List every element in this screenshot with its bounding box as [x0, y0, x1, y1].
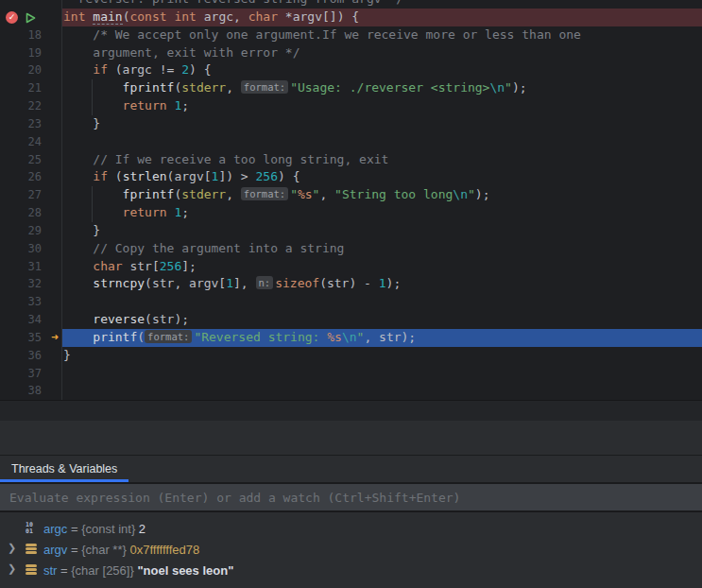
- line-number[interactable]: 34: [28, 311, 42, 329]
- tab-threads-variables[interactable]: Threads & Variables: [0, 456, 128, 482]
- code-line-32[interactable]: 32 strncpy(str, argv[1], n:sizeof(str) -…: [0, 275, 702, 293]
- code-line-22[interactable]: 22 return 1;: [0, 97, 702, 115]
- variable-row-argv[interactable]: ❯argv = {char **} 0x7fffffffed78: [0, 539, 702, 560]
- gutter[interactable]: 27: [0, 186, 62, 204]
- line-number[interactable]: 21: [28, 79, 42, 97]
- gutter[interactable]: 20: [0, 61, 62, 79]
- code-text[interactable]: [62, 382, 702, 400]
- code-text[interactable]: }: [62, 222, 702, 240]
- code-text[interactable]: * reverser: print reversed string from a…: [62, 0, 702, 9]
- breakpoint-icon[interactable]: ✓: [6, 11, 18, 24]
- line-number[interactable]: 29: [28, 222, 42, 240]
- line-number[interactable]: 31: [28, 258, 42, 276]
- code-line-23[interactable]: 23 }: [0, 115, 702, 133]
- code-line-27[interactable]: 27 fprintf(stderr, format:"%s", "String …: [0, 186, 702, 204]
- code-text[interactable]: if (argc != 2) {: [62, 61, 702, 79]
- code-line-38[interactable]: 38: [0, 382, 702, 400]
- gutter[interactable]: 36: [0, 347, 62, 365]
- code-line-29[interactable]: 29 }: [0, 222, 702, 240]
- code-text[interactable]: }: [62, 347, 702, 365]
- code-text[interactable]: [62, 133, 702, 151]
- code-text[interactable]: [62, 293, 702, 311]
- code-text[interactable]: }: [62, 115, 702, 133]
- line-number[interactable]: 35: [28, 329, 42, 347]
- gutter[interactable]: 30: [0, 240, 62, 258]
- code-line-33[interactable]: 33: [0, 293, 702, 311]
- line-number[interactable]: 33: [28, 293, 42, 311]
- gutter[interactable]: 25: [0, 151, 62, 169]
- code-line-24[interactable]: 24: [0, 133, 702, 151]
- gutter[interactable]: 18: [0, 26, 62, 44]
- line-number[interactable]: 20: [28, 61, 42, 79]
- code-line-20[interactable]: 20 if (argc != 2) {: [0, 61, 702, 79]
- chevron-right-icon[interactable]: ❯: [8, 562, 21, 575]
- code-line-36[interactable]: 36}: [0, 347, 702, 365]
- code-line-28[interactable]: 28 return 1;: [0, 204, 702, 222]
- gutter[interactable]: 34: [0, 311, 62, 329]
- gutter[interactable]: ✓: [0, 9, 62, 26]
- gutter[interactable]: 37: [0, 365, 62, 383]
- line-number[interactable]: 22: [28, 97, 42, 115]
- line-number[interactable]: 27: [28, 186, 42, 204]
- gutter[interactable]: 38: [0, 382, 62, 400]
- code-line-19[interactable]: 19 argument, exit with error */: [0, 44, 702, 62]
- code-text[interactable]: [62, 365, 702, 383]
- code-text[interactable]: // Copy the argument into a string: [62, 240, 702, 258]
- gutter[interactable]: 26: [0, 168, 62, 186]
- code-line-17[interactable]: ✓int main(const int argc, char *argv[]) …: [0, 9, 702, 26]
- gutter[interactable]: 23: [0, 115, 62, 133]
- code-line-31[interactable]: 31 char str[256];: [0, 258, 702, 276]
- code-line-26[interactable]: 26 if (strlen(argv[1]) > 256) {: [0, 168, 702, 186]
- gutter[interactable]: 32: [0, 275, 62, 293]
- line-number[interactable]: 36: [28, 347, 42, 365]
- code-text[interactable]: return 1;: [62, 97, 702, 115]
- run-triangle-icon[interactable]: [25, 11, 36, 23]
- gutter[interactable]: 24: [0, 133, 62, 151]
- code-line-25[interactable]: 25 // If we receive a too long string, e…: [0, 151, 702, 169]
- variable-row-str[interactable]: ❯str = {char [256]} "noel sees leon": [0, 560, 702, 580]
- gutter[interactable]: 22: [0, 97, 62, 115]
- line-number[interactable]: 28: [28, 204, 42, 222]
- line-number[interactable]: 24: [28, 133, 42, 151]
- variable-row-argc[interactable]: 1001argc = {const int} 2: [0, 518, 702, 539]
- gutter[interactable]: 31: [0, 258, 62, 276]
- code-text[interactable]: // If we receive a too long string, exit: [62, 151, 702, 169]
- evaluate-expression-input[interactable]: [9, 491, 671, 505]
- code-editor[interactable]: * reverser: print reversed string from a…: [0, 0, 702, 401]
- line-number[interactable]: 25: [28, 151, 42, 169]
- line-number[interactable]: 18: [28, 26, 42, 44]
- code-text[interactable]: printf(format:"Reversed string: %s\n", s…: [62, 329, 702, 347]
- gutter[interactable]: 35➜: [0, 329, 62, 347]
- code-text[interactable]: return 1;: [62, 204, 702, 222]
- line-number[interactable]: 30: [28, 240, 42, 258]
- code-text[interactable]: fprintf(stderr, format:"%s", "String too…: [62, 186, 702, 204]
- code-text[interactable]: strncpy(str, argv[1], n:sizeof(str) - 1)…: [62, 275, 702, 293]
- gutter[interactable]: [0, 0, 62, 9]
- code-text[interactable]: fprintf(stderr, format:"Usage: ./reverse…: [62, 79, 702, 97]
- code-line-35[interactable]: 35➜ printf(format:"Reversed string: %s\n…: [0, 329, 702, 347]
- line-number[interactable]: 38: [28, 382, 42, 400]
- chevron-right-icon[interactable]: ❯: [8, 542, 21, 554]
- code-line-30[interactable]: 30 // Copy the argument into a string: [0, 240, 702, 258]
- code-line-18[interactable]: 18 /* We accept only one argument.If we …: [0, 26, 702, 44]
- line-number[interactable]: 37: [28, 365, 42, 383]
- line-number[interactable]: 23: [28, 115, 42, 133]
- line-number[interactable]: 19: [28, 44, 42, 62]
- gutter[interactable]: 28: [0, 204, 62, 222]
- gutter[interactable]: 21: [0, 79, 62, 97]
- code-line-partial[interactable]: * reverser: print reversed string from a…: [0, 0, 702, 9]
- code-text[interactable]: if (strlen(argv[1]) > 256) {: [62, 168, 702, 186]
- code-line-21[interactable]: 21 fprintf(stderr, format:"Usage: ./reve…: [0, 79, 702, 97]
- code-text[interactable]: char str[256];: [62, 258, 702, 276]
- code-text[interactable]: /* We accept only one argument.If we rec…: [62, 26, 702, 44]
- code-text[interactable]: argument, exit with error */: [62, 44, 702, 62]
- line-number[interactable]: 32: [28, 275, 42, 293]
- gutter[interactable]: 19: [0, 44, 62, 62]
- code-text[interactable]: int main(const int argc, char *argv[]) {: [62, 9, 702, 26]
- gutter[interactable]: 29: [0, 222, 62, 240]
- code-line-34[interactable]: 34 reverse(str);: [0, 311, 702, 329]
- code-line-37[interactable]: 37: [0, 365, 702, 383]
- gutter[interactable]: 33: [0, 293, 62, 311]
- code-text[interactable]: reverse(str);: [62, 311, 702, 329]
- line-number[interactable]: 26: [28, 168, 42, 186]
